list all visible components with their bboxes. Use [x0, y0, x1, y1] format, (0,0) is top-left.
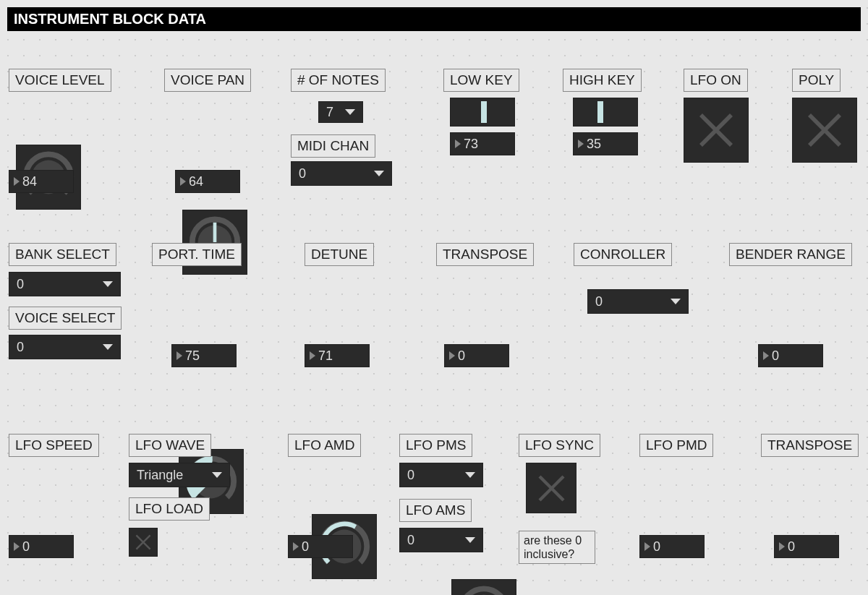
caret-down-icon	[212, 472, 222, 478]
transpose-label: TRANSPOSE	[436, 243, 534, 266]
midi-chan-dropdown[interactable]: 0	[291, 161, 392, 186]
transpose2-value[interactable]: 0	[774, 535, 839, 558]
caret-down-icon	[374, 171, 384, 176]
caret-right-icon	[14, 542, 20, 551]
caret-down-icon	[103, 344, 113, 350]
caret-down-icon	[671, 299, 681, 304]
transpose-knob[interactable]	[451, 579, 516, 595]
caret-right-icon	[763, 351, 769, 360]
low-key-value[interactable]: 73	[450, 132, 515, 155]
caret-right-icon	[779, 542, 785, 551]
caret-right-icon	[449, 351, 455, 360]
notes-label: # OF NOTES	[291, 69, 386, 92]
lfo-amd-label: LFO AMD	[288, 434, 361, 457]
caret-right-icon	[14, 177, 20, 186]
caret-right-icon	[310, 351, 315, 360]
lfo-speed-label: LFO SPEED	[9, 434, 99, 457]
poly-toggle[interactable]	[792, 98, 857, 163]
caret-down-icon	[345, 109, 355, 115]
lfo-load-label: LFO LOAD	[129, 497, 210, 521]
voice-pan-value[interactable]: 64	[175, 170, 240, 193]
lfo-pmd-label: LFO PMD	[639, 434, 713, 457]
high-key-label: HIGH KEY	[563, 69, 642, 92]
port-time-value[interactable]: 75	[171, 344, 237, 367]
high-key-value[interactable]: 35	[573, 132, 638, 155]
lfo-pms-dropdown[interactable]: 0	[399, 463, 483, 487]
detune-label: DETUNE	[305, 243, 374, 266]
detune-value[interactable]: 71	[305, 344, 370, 367]
lfo-on-label: LFO ON	[684, 69, 748, 92]
port-time-label: PORT. TIME	[152, 243, 242, 266]
bank-select-dropdown[interactable]: 0	[9, 272, 121, 296]
transpose2-label: TRANSPOSE	[761, 434, 859, 457]
transpose-value[interactable]: 0	[444, 344, 509, 367]
notes-dropdown[interactable]: 7	[318, 101, 363, 123]
lfo-wave-dropdown[interactable]: Triangle	[129, 463, 230, 487]
lfo-sync-toggle[interactable]	[526, 463, 576, 513]
controller-dropdown[interactable]: 0	[587, 289, 689, 314]
caret-down-icon	[103, 281, 113, 287]
bender-range-value[interactable]: 0	[758, 344, 823, 367]
low-key-label: LOW KEY	[443, 69, 519, 92]
lfo-on-toggle[interactable]	[684, 98, 749, 163]
lfo-ams-label: LFO AMS	[399, 499, 472, 522]
caret-right-icon	[180, 177, 186, 186]
bank-select-label: BANK SELECT	[9, 243, 116, 266]
lfo-pms-label: LFO PMS	[399, 434, 472, 457]
low-key-slider[interactable]	[450, 98, 515, 127]
voice-level-value[interactable]: 84	[9, 170, 74, 193]
lfo-pmd-value[interactable]: 0	[639, 535, 705, 558]
caret-right-icon	[176, 351, 182, 360]
caret-right-icon	[293, 542, 299, 551]
voice-select-label: VOICE SELECT	[9, 307, 122, 330]
header-title: INSTRUMENT BLOCK DATA	[7, 7, 861, 31]
voice-pan-label: VOICE PAN	[164, 69, 251, 92]
caret-right-icon	[578, 140, 584, 148]
lfo-wave-label: LFO WAVE	[129, 434, 211, 457]
caret-right-icon	[644, 542, 650, 551]
lfo-sync-label: LFO SYNC	[519, 434, 600, 457]
voice-select-dropdown[interactable]: 0	[9, 335, 121, 359]
lfo-speed-value[interactable]: 0	[9, 535, 74, 558]
bender-range-label: BENDER RANGE	[729, 243, 852, 266]
lfo-amd-value[interactable]: 0	[288, 535, 353, 558]
midi-chan-label: MIDI CHAN	[291, 134, 375, 158]
poly-label: POLY	[792, 69, 841, 92]
controller-label: CONROLLER	[574, 243, 672, 266]
lfo-ams-dropdown[interactable]: 0	[399, 528, 483, 552]
voice-level-label: VOICE LEVEL	[9, 69, 111, 92]
caret-down-icon	[465, 537, 475, 543]
caret-down-icon	[465, 472, 475, 478]
lfo-load-toggle[interactable]	[129, 528, 158, 557]
note-text: are these 0 inclusive?	[519, 531, 595, 564]
caret-right-icon	[455, 140, 461, 148]
high-key-slider[interactable]	[573, 98, 638, 127]
